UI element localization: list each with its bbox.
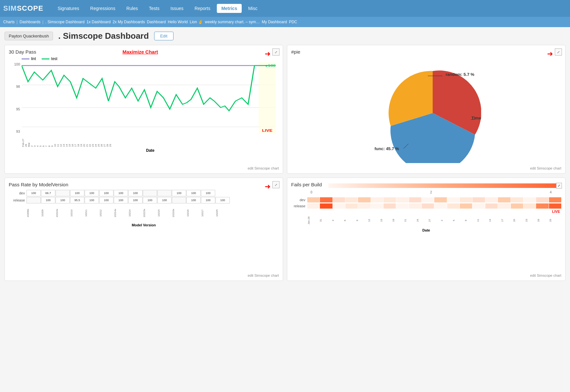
chart4-expand-btn[interactable]: ⤢ — [556, 183, 562, 189]
nav-rules[interactable]: Rules — [122, 4, 142, 13]
hm-cells-release — [307, 203, 561, 209]
pr-cell — [172, 197, 186, 203]
chart-grid: 30 Day Pass Maximize Chart ➜ ⤢ lint test… — [5, 45, 565, 281]
breadcrumb-bar: Charts | Dashboards | . Simscope Dashboa… — [0, 17, 570, 27]
breadcrumb-1x[interactable]: 1x Dashboard — [87, 20, 111, 24]
breadcrumb-dashboard[interactable]: Dashboard — [147, 20, 166, 24]
fpb-cell — [523, 197, 536, 202]
colorbar-labels: 0 2 4 — [311, 191, 552, 194]
chart-pass-rate: Pass Rate by ModelVersion ➜ ⤢ dev 100 66… — [5, 178, 283, 281]
hm-cells-dev — [307, 197, 561, 202]
chart4-title: Fails per Build — [291, 182, 322, 187]
fpb-cell — [307, 203, 320, 209]
fpb-cell — [472, 197, 485, 202]
breadcrumb-sep1: | — [16, 20, 17, 24]
pr-label-dev: dev — [9, 191, 26, 195]
chart2-edit-link[interactable]: edit Simscope chart — [530, 166, 561, 170]
fpb-cell — [422, 197, 434, 202]
colorbar: ⤢ — [328, 183, 561, 188]
chart3-x-axis-title: Model Version — [9, 223, 279, 227]
fpb-cell — [396, 203, 408, 209]
nav-metrics[interactable]: Metrics — [217, 4, 242, 13]
user-badge: Payton Quackenbush — [5, 32, 53, 40]
breadcrumb-lion[interactable]: Lion ✌ — [190, 20, 203, 24]
nav-signatures[interactable]: Signatures — [53, 4, 84, 13]
svg-text:random: 5.7 %: random: 5.7 % — [446, 72, 474, 77]
fpb-cell — [358, 197, 370, 202]
breadcrumb-my-dashboard[interactable]: My Dashboard — [262, 20, 287, 24]
pr-cell: 100 — [26, 190, 41, 196]
edit-button[interactable]: Edit — [154, 32, 174, 40]
fpb-cell — [485, 203, 498, 209]
fpb-cell — [409, 203, 421, 209]
chart2-title: #pie — [291, 49, 561, 55]
nav-issues[interactable]: Issues — [166, 4, 188, 13]
fpb-cell — [485, 197, 498, 202]
fpb-cell — [498, 197, 510, 202]
breadcrumb-pdc[interactable]: PDC — [289, 20, 297, 24]
pr-cell: 66.7 — [41, 190, 55, 196]
pr-cell: 100 — [128, 190, 142, 196]
pr-cell: 100 — [128, 197, 142, 203]
chart4-live-label: LIVE — [291, 210, 560, 213]
chart-30day-pass: 30 Day Pass Maximize Chart ➜ ⤢ lint test… — [5, 45, 283, 174]
nav-regressions[interactable]: Regressions — [86, 4, 120, 13]
breadcrumb-weekly[interactable]: weekly summary chart. – sym… — [205, 20, 260, 24]
arrow3-icon: ➜ — [265, 182, 270, 191]
fpb-cell — [345, 197, 358, 202]
fpb-cell — [384, 203, 396, 209]
pr-cell — [26, 197, 41, 203]
fpb-cell — [523, 203, 536, 209]
chart4-edit-link[interactable]: edit Simscope chart — [530, 273, 561, 277]
pr-cell: 100 — [186, 197, 201, 203]
pr-cell: 100 — [172, 190, 186, 196]
arrow-icon: ➜ — [265, 50, 270, 58]
pr-cell: 100 — [114, 197, 128, 203]
breadcrumb-hello[interactable]: Hello World — [168, 20, 188, 24]
nav-tests[interactable]: Tests — [144, 4, 164, 13]
breadcrumb-dashboards[interactable]: Dashboards — [19, 20, 40, 24]
chart2-expand-btn[interactable]: ⤢ — [555, 48, 562, 56]
fpb-cell — [549, 203, 561, 209]
nav-reports[interactable]: Reports — [190, 4, 215, 13]
chart3-expand-btn[interactable]: ⤢ — [272, 181, 280, 188]
nav-misc[interactable]: Misc — [244, 4, 262, 13]
chart1-expand-btn[interactable]: ⤢ — [272, 48, 280, 56]
chart1-edit-link[interactable]: edit Simscope chart — [248, 166, 279, 170]
hm-row-release: release — [291, 203, 561, 209]
svg-rect-4 — [259, 62, 276, 133]
breadcrumb-2x[interactable]: 2x My Dashboards — [112, 20, 145, 24]
pr-cell: 100 — [114, 190, 128, 196]
pass-rate-chart: dev 100 66.7 100 100 100 100 100 100 100 — [9, 190, 279, 227]
fpb-cell — [434, 197, 447, 202]
pr-cell: 100 — [99, 190, 113, 196]
top-nav: SIMSCOPE Signatures Regressions Rules Te… — [0, 0, 570, 17]
chart1-y-axis: 100 98 95 93 — [10, 62, 20, 133]
fpb-cell — [549, 197, 561, 202]
chart3-edit-link[interactable]: edit Simscope chart — [248, 273, 279, 277]
fpb-cell — [307, 197, 320, 202]
nav-links: Signatures Regressions Rules Tests Issue… — [53, 4, 262, 13]
pr-cell — [143, 190, 157, 196]
pr-cell — [157, 190, 172, 196]
fpb-cell — [358, 203, 370, 209]
pr-cell: 100 — [143, 197, 157, 203]
fpb-cell — [447, 203, 459, 209]
fpb-cell — [345, 203, 358, 209]
breadcrumb-simscope[interactable]: . Simscope Dashboard — [45, 20, 84, 24]
pr-cell: 100 — [216, 197, 230, 203]
fpb-cell — [409, 197, 421, 202]
fpb-cell — [422, 203, 434, 209]
pr-cells-dev: 100 66.7 100 100 100 100 100 100 100 100 — [26, 190, 215, 196]
pr-cells-release: 100 100 95.5 100 100 100 100 100 100 100… — [26, 197, 230, 203]
breadcrumb-charts[interactable]: Charts — [3, 20, 15, 24]
chart1-legend: lint test — [9, 57, 279, 61]
fpb-cell — [333, 197, 345, 202]
pr-cell: 100 — [70, 190, 84, 196]
fails-heatmap: dev — [291, 197, 561, 232]
chart4-x-axis: Jan-28 31 3 6 9 12 15 18 21 24 27 2 5 8 … — [307, 214, 561, 227]
pr-cell: 100 — [99, 197, 113, 203]
fpb-cell — [511, 197, 523, 202]
chart1-x-axis-title: Date — [22, 148, 279, 153]
fpb-cell — [371, 197, 383, 202]
